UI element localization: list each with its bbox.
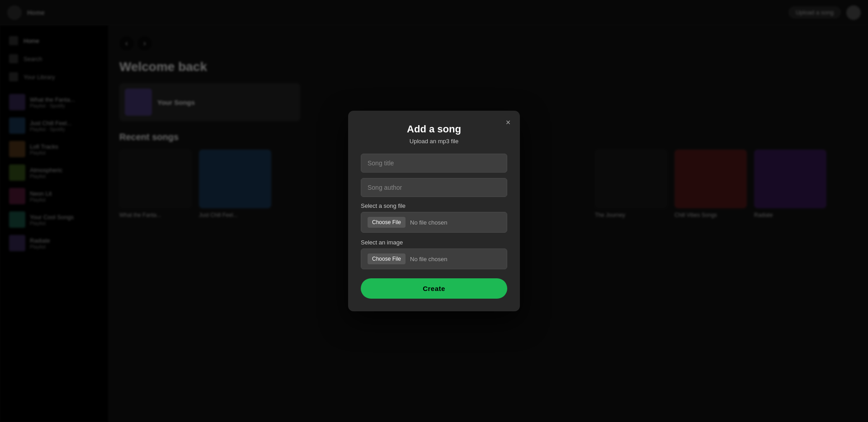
modal-title: Add a song — [361, 123, 507, 135]
modal-subtitle: Upload an mp3 file — [361, 138, 507, 145]
select-image-label: Select an image — [361, 239, 507, 246]
modal-close-button[interactable]: × — [503, 117, 514, 128]
choose-image-file-button[interactable]: Choose File — [368, 253, 406, 264]
add-song-modal: × Add a song Upload an mp3 file Select a… — [348, 111, 520, 311]
song-author-input[interactable] — [361, 178, 507, 197]
image-file-name: No file chosen — [410, 256, 447, 263]
song-file-input-wrapper[interactable]: Choose File No file chosen — [361, 212, 507, 233]
song-file-name: No file chosen — [410, 219, 447, 226]
create-song-button[interactable]: Create — [361, 278, 507, 299]
select-song-label: Select a song file — [361, 202, 507, 209]
modal-overlay[interactable]: × Add a song Upload an mp3 file Select a… — [0, 0, 868, 422]
choose-song-file-button[interactable]: Choose File — [368, 217, 406, 228]
image-file-input-wrapper[interactable]: Choose File No file chosen — [361, 249, 507, 269]
song-title-input[interactable] — [361, 154, 507, 173]
